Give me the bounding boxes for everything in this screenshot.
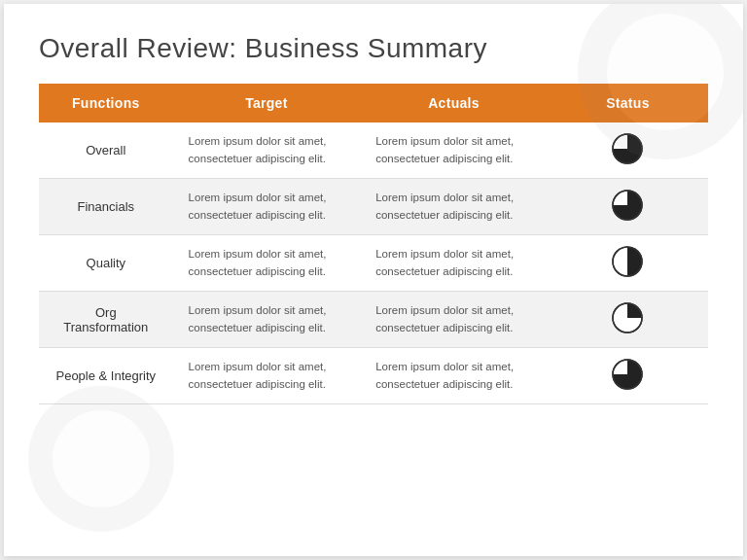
cell-target: Lorem ipsum dolor sit amet, consectetuer…: [173, 292, 361, 348]
cell-target: Lorem ipsum dolor sit amet, consectetuer…: [173, 179, 361, 235]
cell-target: Lorem ipsum dolor sit amet, consectetuer…: [173, 122, 361, 179]
table-wrapper: Functions Target Actuals Status OverallL…: [39, 84, 708, 404]
header-functions: Functions: [39, 84, 173, 122]
table-row: People & IntegrityLorem ipsum dolor sit …: [39, 348, 708, 404]
cell-status: [548, 292, 708, 348]
cell-function: Overall: [39, 122, 173, 179]
cell-target: Lorem ipsum dolor sit amet, consectetuer…: [173, 235, 361, 292]
cell-target: Lorem ipsum dolor sit amet, consectetuer…: [173, 348, 361, 404]
summary-table: Functions Target Actuals Status OverallL…: [39, 84, 708, 404]
header-actuals: Actuals: [360, 84, 548, 122]
pie-chart-icon: [611, 301, 644, 334]
cell-status: [548, 122, 708, 179]
table-row: Org TransformationLorem ipsum dolor sit …: [39, 292, 708, 348]
page-title: Overall Review: Business Summary: [39, 33, 708, 64]
table-row: FinancialsLorem ipsum dolor sit amet, co…: [39, 179, 708, 235]
table-header-row: Functions Target Actuals Status: [39, 84, 708, 122]
pie-chart-icon: [611, 245, 644, 278]
pie-chart-icon: [611, 189, 644, 222]
cell-status: [548, 235, 708, 292]
cell-status: [548, 179, 708, 235]
slide: Overall Review: Business Summary Functio…: [4, 4, 743, 556]
cell-actuals: Lorem ipsum dolor sit amet, consectetuer…: [360, 292, 548, 348]
table-row: QualityLorem ipsum dolor sit amet, conse…: [39, 235, 708, 292]
cell-status: [548, 348, 708, 404]
cell-actuals: Lorem ipsum dolor sit amet, consectetuer…: [360, 122, 548, 179]
pie-chart-icon: [611, 358, 644, 391]
cell-actuals: Lorem ipsum dolor sit amet, consectetuer…: [360, 235, 548, 292]
header-target: Target: [173, 84, 361, 122]
cell-function: Financials: [39, 179, 173, 235]
cell-function: Quality: [39, 235, 173, 292]
pie-chart-icon: [611, 132, 644, 165]
cell-actuals: Lorem ipsum dolor sit amet, consectetuer…: [360, 348, 548, 404]
header-status: Status: [548, 84, 708, 122]
svg-point-3: [53, 410, 150, 508]
svg-point-2: [28, 386, 174, 532]
cell-actuals: Lorem ipsum dolor sit amet, consectetuer…: [360, 179, 548, 235]
cell-function: People & Integrity: [39, 348, 173, 404]
cell-function: Org Transformation: [39, 292, 173, 348]
table-row: OverallLorem ipsum dolor sit amet, conse…: [39, 122, 708, 179]
